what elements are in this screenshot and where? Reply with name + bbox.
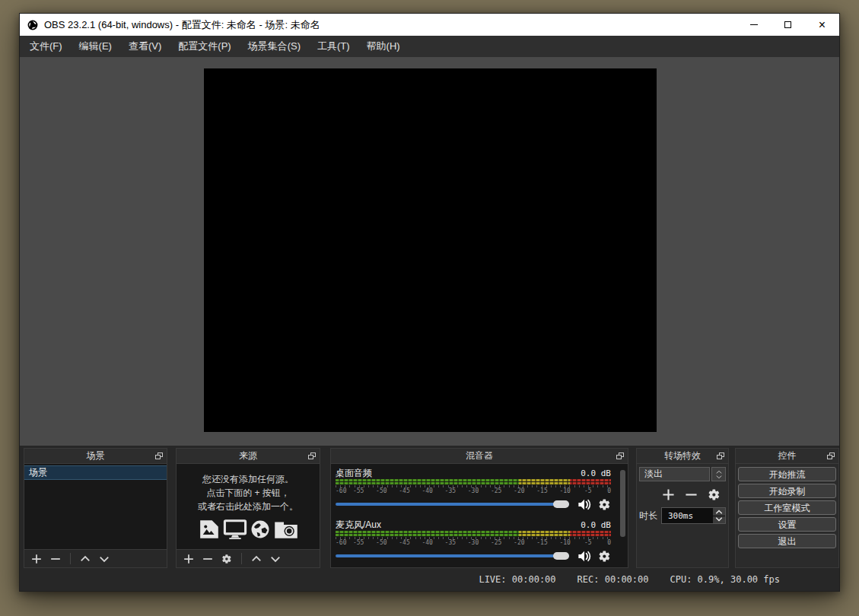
mixer-channel-mic-aux: 麦克风/Aux 0.0 dB -60 -55 -50 -45 -40 [336,519,611,562]
move-scene-down-button[interactable] [99,554,110,564]
transition-properties-gear-button[interactable] [708,488,721,501]
close-icon: × [819,19,826,31]
popout-icon[interactable] [308,452,316,460]
toolbar-separator [70,553,71,564]
start-streaming-button[interactable]: 开始推流 [738,467,836,481]
volume-slider-handle[interactable] [553,552,569,560]
channel-db-value: 0.0 dB [581,520,611,530]
meter-tick: -5 [584,539,592,546]
sources-empty-line: 点击下面的 + 按钮， [177,486,320,500]
remove-scene-button[interactable] [50,554,61,564]
volume-slider-handle[interactable] [553,500,569,508]
remove-transition-button[interactable] [685,488,698,501]
volume-slider[interactable] [336,503,569,506]
cpu-fps: CPU: 0.9%, 30.00 fps [670,574,781,585]
transition-select-spinner[interactable] [711,467,726,481]
sources-panel-header[interactable]: 来源 [176,448,320,464]
meter-tick: -40 [422,487,432,494]
menu-profile[interactable]: 配置文件(P) [170,36,239,57]
camera-source-icon [273,519,299,539]
transition-select[interactable]: 淡出 [639,467,710,481]
mixer-scrollbar[interactable] [620,470,625,537]
meter-tick: -30 [468,539,479,546]
menu-scene-collection[interactable]: 场景集合(S) [240,36,309,57]
move-source-up-button[interactable] [251,554,262,564]
sources-empty-line: 或者右击此处添加一个。 [177,500,320,513]
studio-mode-button[interactable]: 工作室模式 [738,500,836,515]
live-time: LIVE: 00:00:00 [479,574,555,585]
menu-tools[interactable]: 工具(T) [309,36,358,57]
meter-tick: -5 [584,487,592,494]
menu-help[interactable]: 帮助(H) [358,36,409,57]
close-button[interactable]: × [805,14,839,36]
obs-main-window: OBS 23.2.1 (64-bit, windows) - 配置文件: 未命名… [19,13,840,592]
move-source-down-button[interactable] [270,554,281,564]
menubar: 文件(F) 编辑(E) 查看(V) 配置文件(P) 场景集合(S) 工具(T) … [20,36,839,57]
controls-panel-header[interactable]: 控件 [735,448,839,464]
mixer-panel-header[interactable]: 混音器 [330,448,628,464]
image-source-icon [198,519,221,539]
duration-increase-button[interactable] [713,508,725,516]
mixer-panel-title: 混音器 [466,449,493,462]
mute-speaker-button[interactable] [577,550,592,563]
scenes-panel: 场景 场景 [24,448,167,568]
meter-tick: 0 [607,539,611,546]
popout-icon[interactable] [616,452,624,460]
channel-settings-gear-button[interactable] [598,498,611,511]
preview-canvas[interactable] [204,68,657,432]
controls-panel-title: 控件 [778,449,797,462]
meter-tick: -45 [399,539,409,546]
sources-empty-hint: 您还没有添加任何源。 点击下面的 + 按钮， 或者右击此处添加一个。 [177,464,320,513]
maximize-button[interactable] [771,14,805,36]
chevron-down-icon [715,517,723,522]
move-scene-up-button[interactable] [80,554,91,564]
channel-settings-gear-button[interactable] [598,550,611,563]
dock-area: 场景 场景 [20,446,839,591]
volume-slider[interactable] [336,554,569,557]
popout-icon[interactable] [155,452,163,460]
window-title: OBS 23.2.1 (64-bit, windows) - 配置文件: 未命名… [44,18,320,32]
menu-view[interactable]: 查看(V) [120,36,170,57]
minimize-icon [750,24,758,25]
sources-panel-title: 来源 [239,449,257,462]
transitions-panel-header[interactable]: 转场特效 [636,448,729,464]
meter-tick: -45 [399,487,409,494]
duration-value: 300ms [662,511,713,521]
meter-tick: -10 [559,539,570,546]
popout-icon[interactable] [717,452,724,460]
meter-scale: -60 -55 -50 -45 -40 -35 -30 -25 -20 -15 … [336,487,611,495]
meter-tick: -50 [376,539,387,546]
settings-button[interactable]: 设置 [738,517,836,532]
scenes-panel-header[interactable]: 场景 [24,448,167,464]
menu-edit[interactable]: 编辑(E) [71,36,120,57]
scene-item-label: 场景 [29,466,47,479]
controls-panel: 控件 开始推流 开始录制 工作室模式 设置 退出 [735,448,839,568]
start-recording-button[interactable]: 开始录制 [738,484,836,498]
add-scene-button[interactable] [31,554,42,564]
remove-source-button[interactable] [202,554,213,564]
menu-file[interactable]: 文件(F) [21,36,71,57]
preview-area [20,57,839,446]
minimize-button[interactable] [737,14,771,36]
duration-decrease-button[interactable] [713,516,725,524]
toolbar-separator [241,553,242,564]
popout-icon[interactable] [827,452,835,460]
titlebar[interactable]: OBS 23.2.1 (64-bit, windows) - 配置文件: 未命名… [20,14,839,36]
meter-tick: -15 [536,539,547,546]
duration-spinbox[interactable]: 300ms [661,507,726,524]
mute-speaker-button[interactable] [577,498,592,511]
source-properties-gear-button[interactable] [221,554,232,564]
scene-list-item[interactable]: 场景 [24,465,167,480]
source-type-icons [177,519,320,539]
meter-tick: -15 [536,487,547,494]
mixer-channel-desktop-audio: 桌面音频 0.0 dB -60 -55 -50 -45 -40 [336,467,611,510]
display-source-icon [223,519,247,539]
sources-empty-line: 您还没有添加任何源。 [177,472,320,486]
add-transition-button[interactable] [662,488,675,501]
add-source-button[interactable] [183,554,194,564]
exit-button[interactable]: 退出 [738,534,836,548]
chevron-down-icon [716,475,722,479]
channel-db-value: 0.0 dB [581,468,611,478]
meter-tick: -55 [353,487,364,494]
meter-tick: -25 [491,487,501,494]
